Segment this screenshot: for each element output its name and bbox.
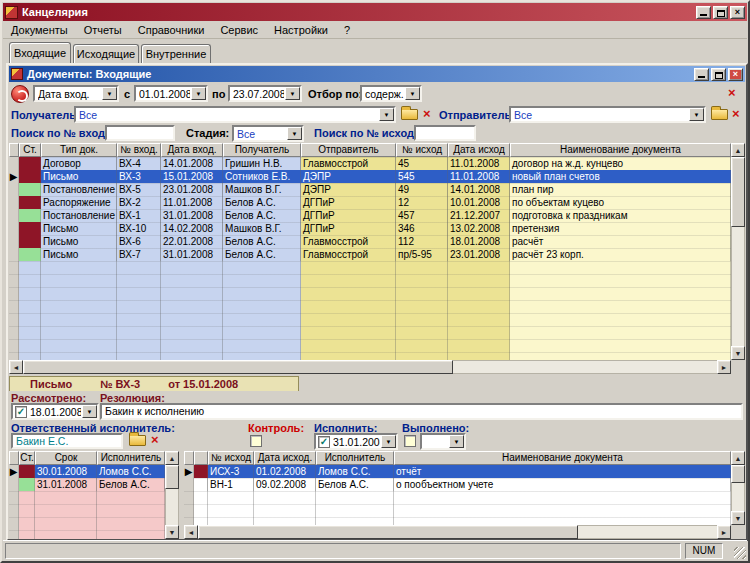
child-minimize-button[interactable] [694, 68, 709, 81]
child-close-button[interactable]: × [728, 68, 743, 81]
column-header[interactable]: Дата вход. [161, 143, 223, 157]
chevron-down-icon[interactable]: ▼ [191, 87, 206, 100]
column-header[interactable]: Ст. [19, 451, 35, 465]
open-folder-icon[interactable] [129, 435, 146, 446]
open-folder-icon[interactable] [711, 109, 728, 120]
table-row[interactable]: ▶ПисьмоВХ-315.01.2008Сотников Е.В.ДЭПР54… [9, 170, 731, 183]
date-from-picker[interactable]: 01.01.2008 ▼ [134, 85, 208, 102]
chevron-down-icon[interactable]: ▼ [82, 405, 97, 418]
menu-settings[interactable]: Настройки [266, 22, 336, 38]
column-header[interactable]: № исход [208, 451, 254, 465]
menu-documents[interactable]: Документы [3, 22, 76, 38]
scroll-down-icon[interactable]: ▼ [731, 511, 745, 525]
maximize-button[interactable] [713, 6, 728, 19]
open-folder-icon[interactable] [401, 109, 418, 120]
table-row[interactable]: ПисьмоВХ-731.01.2008Белов А.С.Главмосстр… [9, 248, 731, 261]
table-row[interactable]: ▶30.01.2008Ломов С.С. [9, 465, 165, 478]
refresh-icon[interactable] [11, 85, 29, 103]
clear-filter-icon[interactable]: × [728, 86, 736, 100]
clear-responsible-icon[interactable]: × [151, 433, 159, 447]
scroll-left-icon[interactable]: ◄ [184, 525, 198, 539]
column-header[interactable]: Наименование документа [510, 143, 731, 157]
scroll-right-icon[interactable]: ► [717, 360, 731, 374]
recipient-select[interactable]: Все ▼ [74, 106, 396, 123]
chevron-down-icon[interactable]: ▼ [287, 127, 302, 140]
scrollbar-thumb[interactable] [731, 465, 745, 483]
table-row[interactable]: ПостановлениеВХ-523.01.2008Машков В.Г.ДЭ… [9, 183, 731, 196]
table-row[interactable]: ПисьмоВХ-622.01.2008Белов А.С.Главмосстр… [9, 235, 731, 248]
column-header[interactable]: Тип док. [41, 143, 117, 157]
column-header[interactable]: Срок [35, 451, 97, 465]
close-button[interactable]: × [730, 6, 745, 19]
window-titlebar[interactable]: Канцелярия × [3, 3, 747, 21]
table-row[interactable]: ДоговорВХ-414.01.2008Гришин Н.В.Главмосс… [9, 157, 731, 170]
clear-sender-icon[interactable]: × [732, 107, 740, 121]
minimize-button[interactable] [696, 6, 711, 19]
documents-window-titlebar[interactable]: Документы: Входящие × [9, 66, 745, 82]
table-row[interactable]: ПостановлениеВХ-131.01.2008Белов А.С.ДГП… [9, 209, 731, 222]
tab-outgoing[interactable]: Исходящие [73, 44, 139, 63]
table-body[interactable]: ▶30.01.2008Ломов С.С.31.01.2008Белов А.С… [9, 465, 165, 539]
column-header[interactable]: Получатель [223, 143, 301, 157]
column-header[interactable]: Отправитель [301, 143, 396, 157]
table-body[interactable]: ДоговорВХ-414.01.2008Гришин Н.В.Главмосс… [9, 157, 731, 360]
chevron-down-icon[interactable]: ▼ [102, 87, 117, 100]
scroll-up-icon[interactable]: ▲ [165, 451, 179, 465]
column-header[interactable]: Исполнитель [316, 451, 394, 465]
menu-reports[interactable]: Отчеты [76, 22, 130, 38]
column-header[interactable]: № исход [396, 143, 448, 157]
child-maximize-button[interactable] [711, 68, 726, 81]
tab-incoming[interactable]: Входящие [9, 42, 71, 63]
sender-select[interactable]: Все ▼ [509, 106, 706, 123]
stage-select[interactable]: Все ▼ [232, 125, 304, 142]
column-header[interactable]: Дата исход. [254, 451, 316, 465]
column-header[interactable]: № вход. [117, 143, 161, 157]
responsible-input[interactable]: Бакин Е.С. [11, 433, 123, 449]
chevron-down-icon[interactable]: ▼ [405, 87, 420, 100]
menu-directories[interactable]: Справочники [130, 22, 213, 38]
done-checkbox[interactable] [404, 435, 416, 447]
execute-checkbox[interactable]: ✓ [318, 436, 330, 448]
table-row[interactable]: ВН-109.02.2008Белов А.С.о пообъектном уч… [184, 478, 731, 491]
date-to-picker[interactable]: 23.07.2008 ▼ [228, 85, 302, 102]
resize-grip[interactable] [734, 547, 746, 559]
execute-date-picker[interactable]: ✓ 31.01.2008 ▼ [314, 433, 398, 450]
menu-help[interactable]: ? [336, 22, 358, 38]
scrollbar-thumb[interactable] [23, 360, 453, 374]
control-checkbox[interactable] [250, 435, 262, 447]
table-row[interactable]: ПисьмоВХ-1014.02.2008Машков В.Г.ДГПиР346… [9, 222, 731, 235]
column-header[interactable]: Ст. [19, 143, 41, 157]
scrollbar-thumb[interactable] [731, 157, 745, 227]
chevron-down-icon[interactable]: ▼ [689, 108, 704, 121]
tab-internal[interactable]: Внутренние [141, 44, 211, 63]
scrollbar-thumb[interactable] [198, 525, 578, 539]
detail-document-tab[interactable]: Письмо № ВХ-3 от 15.01.2008 [9, 376, 299, 391]
chevron-down-icon[interactable]: ▼ [449, 435, 464, 448]
table-body[interactable]: ▶ИСХ-301.02.2008Ломов С.С.отчётВН-109.02… [184, 465, 731, 525]
reviewed-date-picker[interactable]: ✓ 18.01.2008 ▼ [11, 403, 99, 420]
resolution-input[interactable]: Бакин к исполнению [100, 403, 743, 420]
search-in-input[interactable] [105, 125, 175, 141]
scroll-right-icon[interactable]: ► [717, 525, 731, 539]
scroll-up-icon[interactable]: ▲ [731, 143, 745, 157]
chevron-down-icon[interactable]: ▼ [285, 87, 300, 100]
chevron-down-icon[interactable]: ▼ [379, 108, 394, 121]
column-header[interactable]: Исполнитель [97, 451, 165, 465]
scrollbar-thumb[interactable] [165, 465, 179, 489]
chevron-down-icon[interactable]: ▼ [381, 435, 396, 448]
done-date-picker[interactable]: ▼ [420, 433, 466, 450]
table-row[interactable]: ▶ИСХ-301.02.2008Ломов С.С.отчёт [184, 465, 731, 478]
reviewed-checkbox[interactable]: ✓ [15, 406, 27, 418]
column-header[interactable]: Наименование документа [394, 451, 731, 465]
scroll-down-icon[interactable]: ▼ [731, 346, 745, 360]
clear-recipient-icon[interactable]: × [423, 107, 431, 121]
search-out-input[interactable] [414, 125, 476, 141]
date-field-select[interactable]: Дата вход. ▼ [33, 85, 119, 102]
scroll-left-icon[interactable]: ◄ [9, 360, 23, 374]
column-header[interactable] [194, 451, 208, 465]
filter-by-select[interactable]: содерж. ▼ [360, 85, 422, 102]
table-row[interactable]: 31.01.2008Белов А.С. [9, 478, 165, 491]
table-row[interactable]: РаспоряжениеВХ-211.01.2008Белов А.С.ДГПи… [9, 196, 731, 209]
menu-service[interactable]: Сервис [212, 22, 266, 38]
scroll-up-icon[interactable]: ▲ [731, 451, 745, 465]
